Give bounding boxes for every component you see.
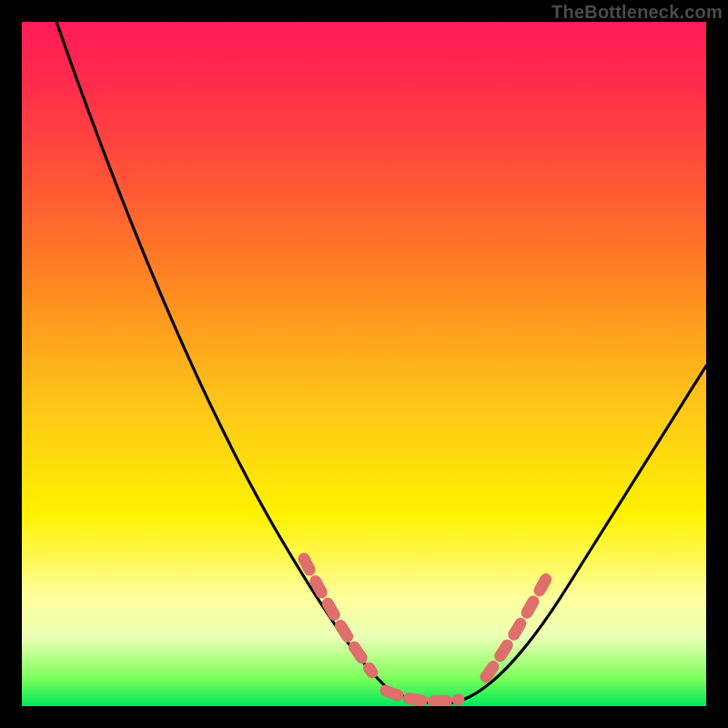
bottleneck-curve (56, 22, 706, 703)
dotted-bottom-segment (386, 691, 459, 702)
dotted-left-segment (304, 559, 372, 672)
chart-frame (22, 22, 706, 706)
chart-svg (22, 22, 706, 706)
watermark-text: TheBottleneck.com (551, 2, 723, 23)
dotted-right-segment (486, 572, 550, 677)
